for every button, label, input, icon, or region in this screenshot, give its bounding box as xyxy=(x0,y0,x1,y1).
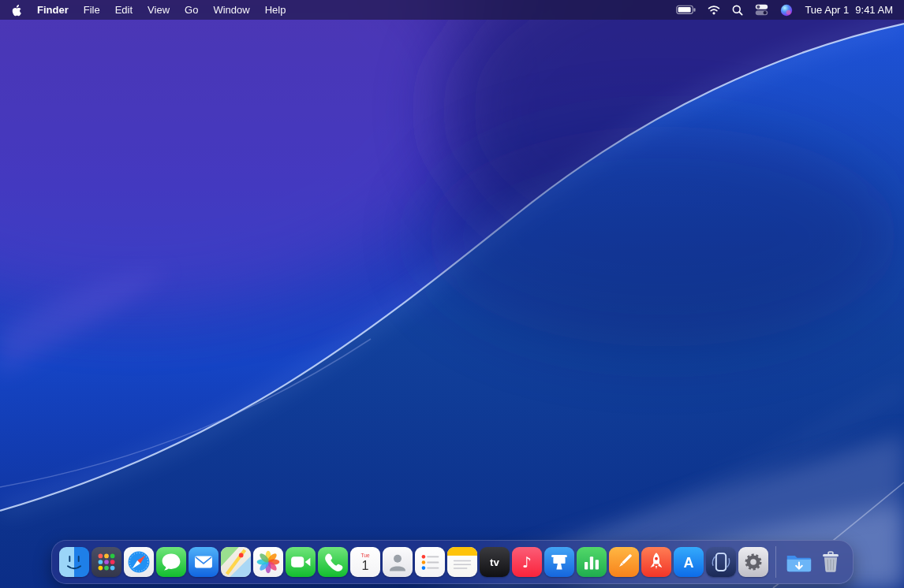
dock-icon-settings[interactable] xyxy=(738,547,768,577)
dock-icon-keynote[interactable] xyxy=(544,547,574,577)
dock-icon-appstore[interactable]: A xyxy=(674,547,704,577)
dock-extras-group xyxy=(783,547,846,577)
dock-icon-photos[interactable] xyxy=(253,547,283,577)
dock-separator xyxy=(775,546,776,578)
dock-icon-games[interactable] xyxy=(641,547,671,577)
dock-icon-safari[interactable] xyxy=(124,547,154,577)
menu-item-file[interactable]: File xyxy=(84,4,100,16)
active-app-menu[interactable]: Finder xyxy=(37,4,69,16)
desktop: Finder FileEditViewGoWindowHelp Tue Apr … xyxy=(0,0,904,588)
svg-text:1: 1 xyxy=(361,558,368,572)
dock-icon-pages[interactable] xyxy=(609,547,639,577)
dock-icon-mail[interactable] xyxy=(189,547,219,577)
svg-text:A: A xyxy=(683,555,693,571)
menu-item-view[interactable]: View xyxy=(148,4,170,16)
dock-icon-finder[interactable] xyxy=(59,547,89,577)
dock-icon-downloads[interactable] xyxy=(783,547,813,577)
dock-apps-group: Tue1tv♪A xyxy=(59,547,768,577)
dock-icon-facetime[interactable] xyxy=(286,547,316,577)
dock-icon-calendar[interactable]: Tue1 xyxy=(350,547,380,577)
menu-item-go[interactable]: Go xyxy=(185,4,198,16)
dock-area: Tue1tv♪A xyxy=(0,540,904,584)
dock-icon-trash[interactable] xyxy=(816,547,846,577)
dock-icon-music[interactable]: ♪ xyxy=(512,547,542,577)
menu-bar-time: 9:41 AM xyxy=(855,4,893,16)
svg-text:♪: ♪ xyxy=(521,553,531,571)
dock-icon-numbers[interactable] xyxy=(577,547,607,577)
menu-item-window[interactable]: Window xyxy=(213,4,249,16)
dock-icon-notes[interactable] xyxy=(447,547,477,577)
dock-icon-reminders[interactable] xyxy=(415,547,445,577)
menu-bar-clock[interactable]: Tue Apr 1 9:41 AM xyxy=(805,4,893,16)
dock-icon-maps[interactable] xyxy=(221,547,251,577)
dock: Tue1tv♪A xyxy=(51,540,854,584)
menu-bar: Finder FileEditViewGoWindowHelp Tue Apr … xyxy=(0,0,904,20)
menu-bar-date: Tue Apr 1 xyxy=(805,4,849,16)
dock-icon-tv[interactable]: tv xyxy=(480,547,510,577)
wifi-icon[interactable] xyxy=(708,5,720,15)
spotlight-icon[interactable] xyxy=(732,5,743,16)
control-center-icon[interactable] xyxy=(755,4,768,16)
dock-icon-contacts[interactable] xyxy=(383,547,413,577)
dock-icon-messages[interactable] xyxy=(156,547,186,577)
siri-icon[interactable] xyxy=(780,4,793,17)
battery-icon[interactable] xyxy=(676,5,696,15)
desktop-wallpaper xyxy=(0,0,904,588)
apple-menu[interactable] xyxy=(11,4,22,17)
dock-icon-phone[interactable] xyxy=(318,547,348,577)
svg-text:tv: tv xyxy=(490,556,499,568)
dock-icon-launchpad[interactable] xyxy=(92,547,121,577)
apple-logo-icon xyxy=(11,4,22,17)
menu-item-edit[interactable]: Edit xyxy=(115,4,133,16)
menu-item-help[interactable]: Help xyxy=(265,4,286,16)
dock-icon-iphone-mirroring[interactable] xyxy=(706,547,736,577)
